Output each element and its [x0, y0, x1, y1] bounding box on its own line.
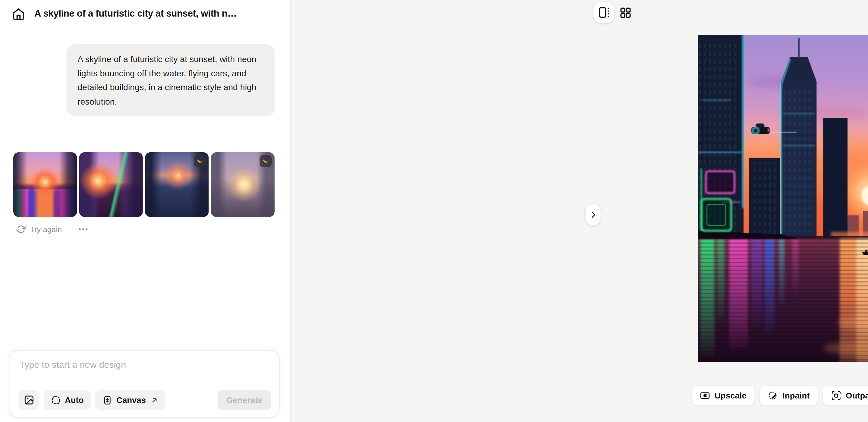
home-icon	[11, 7, 25, 21]
auto-size-button[interactable]: Auto	[44, 390, 91, 410]
auto-frame-icon	[51, 395, 61, 405]
chevron-right-icon	[589, 211, 597, 218]
refresh-icon	[17, 225, 25, 234]
outpaint-button[interactable]: Outpaint	[823, 385, 868, 406]
hd-icon: HD	[700, 390, 710, 401]
variant-thumbnail-4[interactable]	[211, 152, 275, 217]
grid-view-icon	[619, 7, 631, 19]
single-view-toggle[interactable]	[593, 2, 614, 23]
home-button[interactable]	[9, 4, 27, 23]
prompt-bubble: A skyline of a futuristic city at sunset…	[66, 44, 275, 116]
canvas-icon	[102, 395, 113, 405]
single-view-icon	[597, 7, 610, 19]
model-badge	[194, 155, 206, 167]
variant-thumbnail-2[interactable]	[79, 152, 143, 217]
banana-icon	[262, 157, 270, 165]
inpaint-icon	[768, 390, 778, 401]
outpaint-label: Outpaint	[846, 391, 868, 400]
banana-icon	[196, 157, 204, 165]
variant-thumbnail-3[interactable]	[145, 152, 209, 217]
svg-text:HD: HD	[703, 394, 707, 397]
try-again-button[interactable]: Try again	[17, 225, 62, 234]
sidebar: A skyline of a futuristic city at sunset…	[0, 0, 290, 422]
outpaint-icon	[831, 390, 841, 401]
external-link-icon	[151, 397, 158, 403]
upscale-button[interactable]: HD Upscale	[691, 385, 755, 406]
variant-thumbnails	[13, 152, 275, 217]
main-canvas-area: Download	[291, 0, 868, 422]
generate-button[interactable]: Generate	[218, 390, 271, 410]
upscale-label: Upscale	[715, 391, 747, 400]
image-icon	[24, 395, 34, 405]
sidebar-header: A skyline of a futuristic city at sunset…	[9, 4, 237, 23]
page-title: A skyline of a futuristic city at sunset…	[34, 8, 237, 20]
model-badge	[259, 155, 272, 167]
try-again-label: Try again	[30, 225, 62, 234]
more-options-button[interactable]: •••	[79, 225, 89, 233]
grid-view-toggle[interactable]	[618, 5, 633, 20]
auto-label: Auto	[65, 395, 84, 404]
canvas-button[interactable]: Canvas	[95, 390, 164, 410]
prompt-input[interactable]	[19, 359, 264, 370]
image-toolbar: HD Upscale Inpaint Outpaint	[691, 385, 868, 406]
app-window: A skyline of a futuristic city at sunset…	[0, 0, 868, 422]
inpaint-button[interactable]: Inpaint	[759, 385, 818, 406]
sidebar-expand-button[interactable]	[585, 203, 601, 226]
composer-controls: Auto Canvas Generate	[19, 390, 271, 410]
add-media-button[interactable]	[19, 390, 39, 410]
generated-image[interactable]	[698, 35, 868, 362]
inpaint-label: Inpaint	[782, 391, 809, 400]
variant-thumbnail-1[interactable]	[13, 152, 77, 217]
canvas-label: Canvas	[116, 395, 146, 404]
prompt-composer: Auto Canvas Generate	[9, 350, 279, 418]
result-actions: Try again •••	[17, 225, 89, 234]
